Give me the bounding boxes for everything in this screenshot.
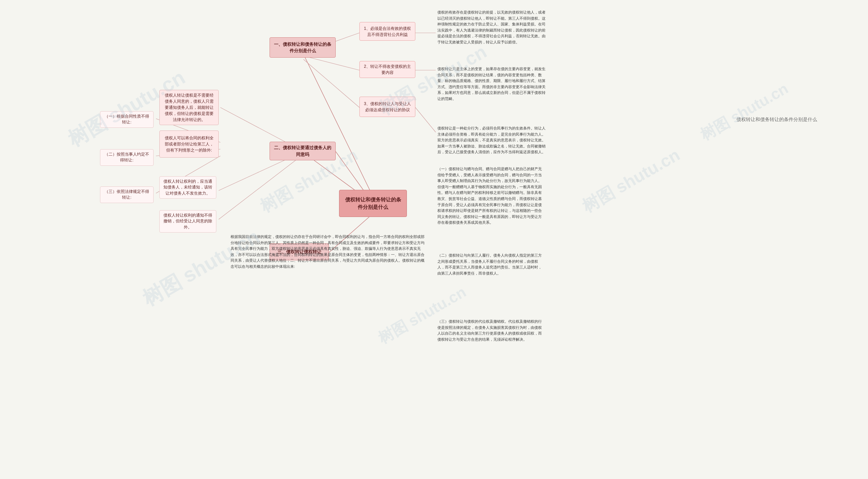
node-l1a-label: （一）根据合同性质不得转让: xyxy=(104,114,150,125)
node-r2: 二、债权转让要通过债务人的同意吗 xyxy=(270,142,336,160)
node-left-main: 债权人可以将合同的权利全部或者部分转让给第三人，但有下列情形之一的除外: xyxy=(159,131,219,158)
svg-line-5 xyxy=(303,59,359,107)
node-r1b-label: 2、转让不得改变债权的主要内容 xyxy=(363,63,412,76)
node-notice1-label: 债权人转让权利的，应当通知债务人，未经通知，该转让对债务人不发生效力。 xyxy=(163,179,213,196)
main-canvas: 树图 shutu.cn 树图 shutu.cn 树图 shutu.cn 树图 s… xyxy=(0,0,868,479)
node-notice2: 债权人转让权利的通知不得撤销，但经受让人同意的除外。 xyxy=(159,210,216,233)
text-block-rt3-content: 债权转让是一种处分行为，必须符合民事行为的生效条件。转让人主体必须符合资格，即具… xyxy=(437,126,546,154)
watermark-6: 树图 shutu.cn xyxy=(578,144,684,218)
text-block-brt3-content: （三）债权转让与债权的代位权及撤销权。代位权及撤销权的行使是按照法律的规定，在债… xyxy=(437,319,542,341)
node-top-notice: 债权人转让债权是不需要经债务人同意的，债权人只需要通知债务人后，就能转让债权，但… xyxy=(159,90,219,125)
node-r1: 一、债权转让和债务转让的条件分别是什么 xyxy=(270,37,336,58)
node-top-notice-label: 债权人转让债权是不需要经债务人同意的，债权人只需要通知债务人后，就能转让债权，但… xyxy=(163,92,215,123)
node-r1a: 1、必须是合法有效的债权且不得违背社公共利益 xyxy=(359,22,415,41)
text-block-brt3: （三）债权转让与债权的代位权及撤销权。代位权及撤销权的行使是按照法律的规定，在债… xyxy=(437,319,542,342)
node-notice1: 债权人转让权利的，应当通知债务人，未经通知，该转让对债务人不发生效力。 xyxy=(159,176,216,199)
text-block-center-bottom: 根据我国目前法律的规定，债权的转让仍存在于合同研讨会中，即合同权利的让与，指合同… xyxy=(231,234,427,270)
text-block-rt1-content: 债权的有效存在是债权转让的前提，以无效的债权转让他人，或者以已经消灭的债权转让他… xyxy=(437,10,546,44)
node-left-main-label: 债权人可以将合同的权利全部或者部分转让给第三人，但有下列情形之一的除外: xyxy=(163,135,215,153)
text-block-brt1-content: （一）债权转让与赠与合同。赠与合同是赠与人把自己的财产无偿给予受赠人，受赠人表示… xyxy=(437,167,542,224)
text-block-brt2: （二）债权转让与向第三人履行。债务人向债权人指定的第三方之间形成委托关系，当债务… xyxy=(437,253,542,276)
text-block-rt1: 债权的有效存在是债权转让的前提，以无效的债权转让他人，或者以已经消灭的债权转让他… xyxy=(437,9,546,45)
text-block-rt3: 债权转让是一种处分行为，必须符合民事行为的生效条件。转让人主体必须符合资格，即具… xyxy=(437,125,546,155)
watermark-7: 树图 shutu.cn xyxy=(696,79,792,145)
svg-line-8 xyxy=(415,107,436,132)
node-r1-label: 一、债权转让和债务转让的条件分别是什么 xyxy=(273,41,332,54)
node-r1c: 3、债权的转让人与受让人必须达成债权转让的协议 xyxy=(359,97,415,117)
text-block-brt1: （一）债权转让与赠与合同。赠与合同是赠与人把自己的财产无偿给予受赠人，受赠人表示… xyxy=(437,166,542,226)
center-node-label: 债权转让和债务转让的条 件分别是什么 xyxy=(343,196,403,211)
node-l1b-label: （二）按照当事人约定不得转让: xyxy=(104,152,150,163)
connectors-svg xyxy=(0,0,868,479)
node-notice2-label: 债权人转让权利的通知不得撤销，但经受让人同意的除外。 xyxy=(163,213,213,230)
page-number: 债权转让和债务转让的条件分别是什么 xyxy=(736,117,817,123)
node-l1c-label: （三）依照法律规定不得转让: xyxy=(104,189,150,201)
node-r1c-label: 3、债权的转让人与受让人必须达成债权转让的协议 xyxy=(363,101,412,113)
node-r2-label: 二、债权转让要通过债务人的同意吗 xyxy=(273,144,332,158)
center-node: 债权转让和债务转让的条 件分别是什么 xyxy=(339,190,407,217)
node-r1a-label: 1、必须是合法有效的债权且不得违背社公共利益 xyxy=(363,25,412,38)
svg-line-15 xyxy=(219,154,303,219)
node-l1a: （一）根据合同性质不得转让: xyxy=(100,111,154,128)
text-block-rt2-content: 债权转让只是主体上的变更，如果存在债的主要内容变更，就发生合同关系，而不是债权的… xyxy=(437,67,546,101)
node-r1b: 2、转让不得改变债权的主要内容 xyxy=(359,61,415,78)
text-block-center-bottom-content: 根据我国目前法律的规定，债权的转让仍存在于合同研讨会中，即合同权利的让与，指合同… xyxy=(231,235,425,268)
svg-line-4 xyxy=(303,56,359,70)
node-l1b: （二）按照当事人约定不得转让: xyxy=(100,149,154,166)
text-block-brt2-content: （二）债权转让与向第三人履行。债务人向债权人指定的第三方之间形成委托关系，当债务… xyxy=(437,253,542,275)
node-l1c: （三）依照法律规定不得转让: xyxy=(100,186,154,203)
text-block-rt2: 债权转让只是主体上的变更，如果存在债的主要内容变更，就发生合同关系，而不是债权的… xyxy=(437,66,546,102)
